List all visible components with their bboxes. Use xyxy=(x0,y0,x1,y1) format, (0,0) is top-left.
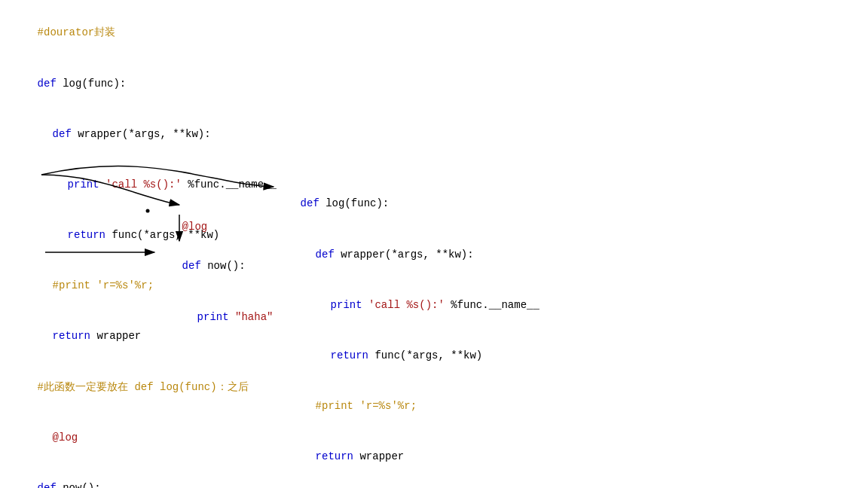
right-line-1: def log(func): xyxy=(275,178,539,229)
keyword-span: def xyxy=(38,78,63,90)
right-line-2: def wrapper(*args, **kw): xyxy=(275,229,539,279)
code-line-2: def log(func): xyxy=(12,58,856,108)
right-line-6: return wrapper xyxy=(275,432,539,482)
code-line-3: def wrapper(*args, **kw): xyxy=(12,108,856,159)
right-line-5: #print 'r=%s'%r; xyxy=(275,381,539,432)
comment-span: #dourator封装 xyxy=(38,26,116,38)
right-line-3: print 'call %s():' %func.__name__ xyxy=(275,279,539,330)
def-now-line: def now(): xyxy=(157,241,273,291)
right-code-block: def log(func): def wrapper(*args, **kw):… xyxy=(275,178,539,482)
right-line-4: return func(*args, **kw) xyxy=(275,331,539,381)
print-haha-line: print "haha" xyxy=(157,291,273,342)
annotation-def-now: def now(): print "haha" xyxy=(157,241,273,342)
code-line-1: #dourator封装 xyxy=(12,8,856,58)
